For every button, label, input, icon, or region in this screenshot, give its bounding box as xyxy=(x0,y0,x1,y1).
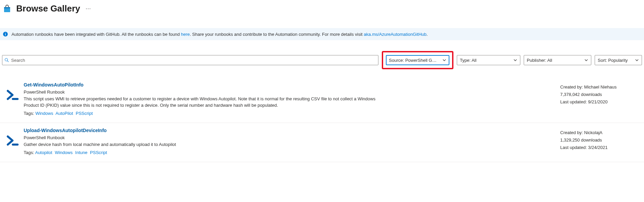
type-dropdown[interactable]: Type: All xyxy=(457,55,520,65)
info-banner: Automation runbooks have been integrated… xyxy=(0,28,644,40)
publisher-dropdown-label: Publisher: All xyxy=(527,58,552,63)
result-title-link[interactable]: Upload-WindowsAutopilotDeviceInfo xyxy=(24,128,107,133)
created-by: Created by: Michael Niehaus xyxy=(560,83,641,91)
publisher-dropdown[interactable]: Publisher: All xyxy=(524,55,591,65)
result-type: PowerShell Runbook xyxy=(24,90,550,95)
info-icon xyxy=(3,31,8,37)
sort-dropdown[interactable]: Sort: Popularity xyxy=(595,55,642,65)
result-meta: Created by: NickolajA 1,329,250 download… xyxy=(560,128,641,151)
svg-rect-3 xyxy=(5,34,6,35)
tag-link[interactable]: Intune xyxy=(75,150,88,155)
result-item: Get-WindowsAutoPilotInfo PowerShell Runb… xyxy=(0,77,644,123)
chevron-down-icon xyxy=(584,58,588,62)
created-by: Created by: NickolajA xyxy=(560,129,641,136)
info-link-here[interactable]: here xyxy=(181,32,190,37)
source-highlight: Source: PowerShell G… xyxy=(382,51,453,69)
chevron-down-icon xyxy=(513,58,517,62)
svg-rect-1 xyxy=(4,7,10,8)
chevron-down-icon xyxy=(635,58,639,62)
last-updated: Last updated: 3/24/2021 xyxy=(560,144,641,151)
svg-point-5 xyxy=(5,58,8,61)
type-dropdown-label: Type: All xyxy=(460,58,476,63)
info-link-aka[interactable]: aka.ms/AzureAutomationGitHub xyxy=(364,32,427,37)
sort-dropdown-label: Sort: Popularity xyxy=(598,58,628,63)
search-icon xyxy=(4,58,9,62)
result-item: Upload-WindowsAutopilotDeviceInfo PowerS… xyxy=(0,123,644,162)
result-body: Upload-WindowsAutopilotDeviceInfo PowerS… xyxy=(24,128,560,155)
result-meta: Created by: Michael Niehaus 7,378,042 do… xyxy=(560,82,641,106)
page-title: Browse Gallery xyxy=(16,3,80,14)
info-text: Automation runbooks have been integrated… xyxy=(11,32,428,37)
svg-rect-4 xyxy=(5,33,6,33)
gallery-bag-icon xyxy=(3,4,11,13)
tag-link[interactable]: Autopilot xyxy=(35,150,52,155)
page-header: Browse Gallery ⋯ xyxy=(0,0,644,16)
filter-row: Source: PowerShell G… Type: All Publishe… xyxy=(0,51,644,69)
tag-link[interactable]: Windows xyxy=(35,111,53,116)
search-input-wrapper[interactable] xyxy=(2,55,378,65)
tag-link[interactable]: AutoPilot xyxy=(55,111,73,116)
search-input[interactable] xyxy=(11,58,376,63)
result-description: Gather device hash from local machine an… xyxy=(24,142,382,148)
powershell-icon xyxy=(3,128,24,146)
source-dropdown-label: Source: PowerShell G… xyxy=(389,58,437,63)
tag-link[interactable]: Windows xyxy=(55,150,73,155)
downloads: 1,329,250 downloads xyxy=(560,136,641,144)
more-button[interactable]: ⋯ xyxy=(85,5,92,12)
result-type: PowerShell Runbook xyxy=(24,135,550,140)
powershell-icon xyxy=(3,82,24,100)
result-description: This script uses WMI to retrieve propert… xyxy=(24,96,382,109)
svg-line-6 xyxy=(7,61,9,62)
result-body: Get-WindowsAutoPilotInfo PowerShell Runb… xyxy=(24,82,560,116)
chevron-down-icon xyxy=(442,58,446,62)
result-tags: Tags: Windows AutoPilot PSScript xyxy=(24,111,550,116)
tag-link[interactable]: PSScript xyxy=(90,150,107,155)
downloads: 7,378,042 downloads xyxy=(560,91,641,98)
results-list: Get-WindowsAutoPilotInfo PowerShell Runb… xyxy=(0,77,644,162)
result-tags: Tags: Autopilot Windows Intune PSScript xyxy=(24,150,550,155)
result-title-link[interactable]: Get-WindowsAutoPilotInfo xyxy=(24,82,83,87)
last-updated: Last updated: 9/21/2020 xyxy=(560,98,641,106)
source-dropdown[interactable]: Source: PowerShell G… xyxy=(386,55,449,65)
tag-link[interactable]: PSScript xyxy=(76,111,93,116)
